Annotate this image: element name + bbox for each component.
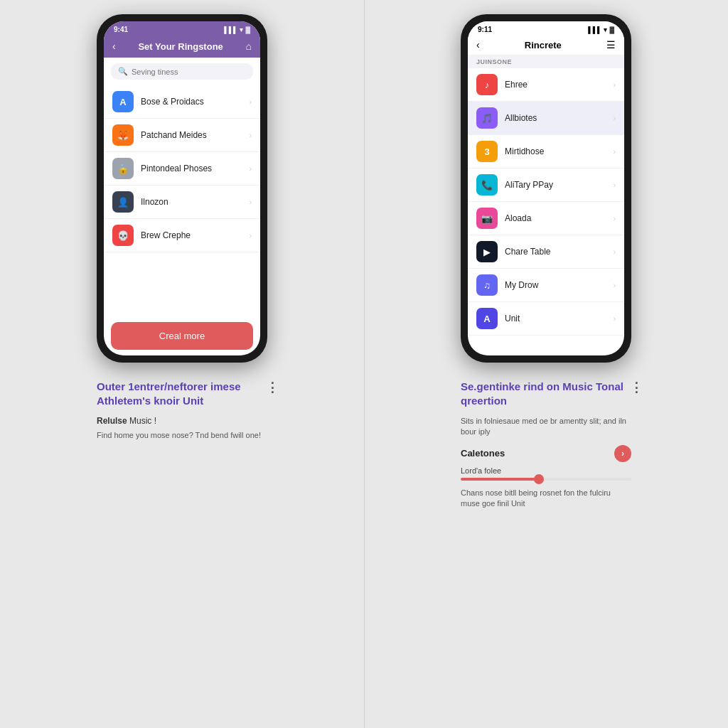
chevron-icon: › [250, 132, 252, 139]
app-name-ehree: Ehree [505, 80, 606, 90]
battery-icon: ▓ [609, 26, 614, 33]
chevron-icon: › [250, 165, 252, 173]
app-name-pinton: Pintondeal Phoses [141, 164, 242, 173]
app-name-mydrow: My Drow [505, 280, 606, 290]
search-icon: 🔍 [118, 67, 128, 76]
slider-thumb[interactable] [534, 474, 544, 484]
wifi-icon: ▾ [240, 26, 243, 33]
left-status-bar: 9:41 ▌▌▌ ▾ ▓ [104, 21, 260, 35]
list-item[interactable]: ♪ Ehree › [468, 68, 624, 102]
more-button[interactable]: ⋮ [630, 380, 643, 395]
chevron-icon: › [614, 248, 616, 256]
app-icon-pinton: 🔒 [112, 158, 134, 179]
left-time: 9:41 [114, 26, 128, 33]
left-phone-header: ‹ Set Your Ringstone ⌂ [104, 35, 260, 58]
wifi-icon: ▾ [604, 26, 607, 33]
list-item[interactable]: A Unit › [468, 302, 624, 336]
right-panel: 9:11 ▌▌▌ ▾ ▓ ‹ Rincrete ☰ JUINSONE ♪ Ehr… [364, 0, 728, 728]
home-icon[interactable]: ⌂ [246, 41, 252, 52]
app-icon-alitary: 📞 [476, 174, 498, 196]
chevron-icon: › [614, 315, 616, 323]
list-item[interactable]: 3 Mirtidhose › [468, 135, 624, 168]
right-card-title: Se.gentinke rind on Music Tonal qreertio… [461, 380, 631, 407]
app-name-mirti: Mirtidhose [505, 146, 606, 156]
list-item[interactable]: 🔒 Pintondeal Phoses › [104, 152, 260, 186]
left-status-icons: ▌▌▌ ▾ ▓ [224, 26, 250, 33]
right-card-footer: Chans nose bitll being rosnet fon the fu… [461, 488, 631, 510]
chevron-icon: › [250, 232, 252, 240]
list-item[interactable]: ▶ Chare Table › [468, 235, 624, 269]
battery-icon: ▓ [245, 26, 250, 33]
app-icon-brew: 💀 [112, 225, 134, 246]
right-card-body: Sits in folniesaue med oe br amentty sli… [461, 416, 631, 438]
chevron-icon: › [614, 282, 616, 289]
more-button[interactable]: ⋮ [266, 380, 279, 395]
chevron-icon: › [614, 148, 616, 156]
app-icon-chare: ▶ [476, 241, 498, 262]
chevron-icon: › [614, 81, 616, 89]
chevron-icon: › [250, 98, 252, 106]
cta-button[interactable]: Creal more [111, 322, 253, 350]
right-card: Se.gentinke rind on Music Tonal qreertio… [461, 380, 631, 517]
back-icon[interactable]: ‹ [112, 41, 116, 52]
left-card-title: Outer 1entrer/neftorer imese Athletem's … [97, 380, 267, 407]
left-header-title: Set Your Ringstone [138, 41, 223, 52]
left-card: Outer 1entrer/neftorer imese Athletem's … [97, 380, 267, 448]
left-phone: 9:41 ▌▌▌ ▾ ▓ ‹ Set Your Ringstone ⌂ 🔍 [97, 14, 267, 363]
right-status-icons: ▌▌▌ ▾ ▓ [588, 26, 614, 33]
signal-icon: ▌▌▌ [588, 26, 601, 33]
slider-label: Lord'a folee [461, 466, 631, 475]
app-icon-allbiotes: 🎵 [476, 107, 498, 129]
app-icon-patch: 🦊 [112, 124, 134, 146]
app-name-aloada: Aloada [505, 213, 606, 223]
list-item[interactable]: 🦊 Patchand Meides › [104, 119, 260, 152]
app-icon-ehree: ♪ [476, 74, 498, 95]
app-icon-bose: A [112, 91, 134, 112]
chevron-icon: › [614, 181, 616, 189]
caletones-arrow-button[interactable]: › [614, 445, 631, 462]
app-name-unit: Unit [505, 314, 606, 323]
right-header-title: Rincrete [525, 40, 562, 50]
subtitle-strong: Relulse [97, 416, 127, 426]
subtitle-rest: Music ! [129, 416, 156, 426]
list-item[interactable]: ♫ My Drow › [468, 269, 624, 302]
back-icon[interactable]: ‹ [476, 39, 480, 50]
list-item[interactable]: A Bose & Proidacs › [104, 85, 260, 119]
left-card-subtitle: Relulse Music ! [97, 416, 267, 426]
search-bar[interactable]: 🔍 [111, 63, 253, 80]
menu-icon[interactable]: ☰ [606, 39, 616, 50]
app-icon-unit: A [476, 308, 498, 329]
right-phone-header: ‹ Rincrete ☰ [468, 35, 624, 55]
chevron-icon: › [614, 114, 616, 122]
app-name-patch: Patchand Meides [141, 130, 242, 140]
app-name-brew: Brew Crephe [141, 230, 242, 240]
section-label: JUINSONE [468, 55, 624, 68]
app-name-ilnozon: Ilnozon [141, 197, 242, 207]
list-item[interactable]: 👤 Ilnozon › [104, 186, 260, 219]
slider-track[interactable] [461, 478, 631, 481]
right-app-list: ♪ Ehree › 🎵 Allbiotes › 3 Mirtidhose › 📞… [468, 68, 624, 355]
list-item[interactable]: 🎵 Allbiotes › [468, 102, 624, 135]
signal-icon: ▌▌▌ [224, 26, 237, 33]
app-name-allbiotes: Allbiotes [505, 113, 606, 123]
app-icon-ilnozon: 👤 [112, 191, 134, 213]
app-name-chare: Chare Table [505, 247, 606, 257]
list-item[interactable]: 📞 AliTary PPay › [468, 168, 624, 202]
left-panel: 9:41 ▌▌▌ ▾ ▓ ‹ Set Your Ringstone ⌂ 🔍 [0, 0, 364, 728]
app-icon-aloada: 📷 [476, 208, 498, 229]
left-app-list: A Bose & Proidacs › 🦊 Patchand Meides › … [104, 85, 260, 316]
right-phone: 9:11 ▌▌▌ ▾ ▓ ‹ Rincrete ☰ JUINSONE ♪ Ehr… [461, 14, 631, 363]
search-input[interactable] [132, 68, 246, 76]
right-status-bar: 9:11 ▌▌▌ ▾ ▓ [468, 21, 624, 35]
list-item[interactable]: 📷 Aloada › [468, 202, 624, 235]
right-time: 9:11 [478, 26, 492, 33]
list-item[interactable]: 💀 Brew Crephe › [104, 219, 260, 252]
app-name-alitary: AliTary PPay [505, 180, 606, 190]
chevron-icon: › [250, 198, 252, 206]
app-icon-mirti: 3 [476, 141, 498, 162]
app-icon-mydrow: ♫ [476, 274, 498, 296]
app-name-bose: Bose & Proidacs [141, 97, 242, 107]
caletones-section: Caletones › [461, 445, 631, 462]
slider-fill [461, 478, 537, 481]
left-card-body: Find home you mose nose? Tnd bend fwill … [97, 430, 267, 441]
